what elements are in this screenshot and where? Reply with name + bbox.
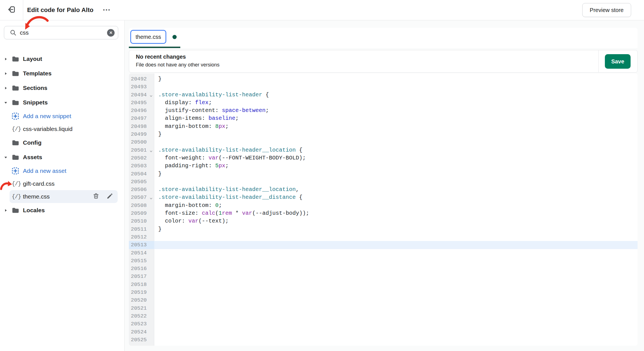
line-number: 20507 (129, 194, 154, 201)
code-line-content[interactable] (154, 233, 638, 241)
line-number: 20496 (129, 107, 154, 114)
chevron-down-icon[interactable] (4, 156, 12, 159)
preview-store-button[interactable]: Preview store (582, 3, 631, 17)
code-line-content[interactable]: color: var(--text); (154, 217, 638, 225)
line-number: 20493 (129, 83, 154, 91)
tab-theme-css[interactable]: theme.css (130, 30, 166, 44)
code-line-content[interactable] (154, 83, 638, 91)
folder-icon (12, 140, 23, 146)
chevron-right-icon[interactable] (4, 209, 12, 212)
code-line-content[interactable] (154, 241, 638, 249)
sidebar-item-gift-card-css[interactable]: {/}gift-card.css (0, 177, 124, 190)
edit-icon[interactable] (106, 193, 113, 200)
code-line-content[interactable]: font-size: calc(1rem * var(--adjust-body… (154, 209, 638, 217)
chevron-right-icon[interactable] (4, 72, 12, 75)
code-line-content[interactable]: margin-bottom: 0; (154, 202, 638, 209)
code-line-content[interactable] (154, 320, 638, 328)
code-line-content[interactable]: } (154, 225, 638, 233)
code-line-content[interactable]: align-items: baseline; (154, 114, 638, 122)
code-line-content[interactable] (154, 257, 638, 265)
code-line-content[interactable]: .store-availability-list-header { (154, 91, 638, 99)
code-line: 20521 (129, 304, 638, 312)
sidebar-item-assets[interactable]: Assets (0, 150, 124, 164)
search-input[interactable] (19, 29, 107, 36)
code-line-content[interactable] (154, 273, 638, 280)
chevron-right-icon[interactable] (4, 57, 12, 61)
clear-search-icon[interactable]: ✕ (107, 29, 115, 37)
code-line-content[interactable] (154, 328, 638, 336)
code-line: 20506.store-availability-list-header__lo… (129, 186, 638, 194)
code-line-content[interactable]: .store-availability-list-header__distanc… (154, 194, 638, 201)
sidebar-item-label: css-variables.liquid (23, 126, 72, 132)
folder-icon (12, 207, 23, 214)
code-line: 20511} (129, 225, 638, 233)
exit-column (0, 0, 23, 20)
code-line-active: 20513 (129, 241, 638, 249)
more-actions-button[interactable]: ••• (101, 6, 112, 14)
code-line: 20492} (129, 75, 638, 83)
sidebar-item-label: Assets (23, 154, 42, 161)
sidebar-item-theme-css[interactable]: {/}theme.css (10, 190, 118, 203)
line-number: 20514 (129, 249, 154, 257)
code-line: 20493 (129, 83, 638, 91)
sidebar-item-layout[interactable]: Layout (0, 52, 124, 66)
code-line-content[interactable] (154, 296, 638, 304)
sidebar-item-label: Locales (23, 207, 45, 214)
exit-button[interactable] (5, 4, 18, 16)
line-number: 20515 (129, 257, 154, 265)
sidebar-item-label: Config (23, 139, 41, 146)
code-line-content[interactable]: } (154, 130, 638, 138)
sidebar-item-locales[interactable]: Locales (0, 203, 124, 218)
code-editor[interactable]: 20492}2049320494.store-availability-list… (129, 73, 638, 346)
code-line: 20510 color: var(--text); (129, 217, 638, 225)
file-search-box[interactable]: ✕ (4, 26, 118, 39)
active-tab-indicator (129, 47, 180, 48)
sidebar-item-templates[interactable]: Templates (0, 66, 124, 81)
sidebar-item-add-a-new-snippet[interactable]: Add a new snippet (0, 110, 124, 123)
line-number: 20510 (129, 217, 154, 225)
line-number: 20516 (129, 265, 154, 273)
sidebar-item-snippets[interactable]: Snippets (0, 95, 124, 110)
code-line-content[interactable] (154, 312, 638, 320)
code-file-icon: {/} (12, 194, 23, 200)
sidebar-item-label: Sections (23, 85, 48, 91)
code-line-content[interactable] (154, 265, 638, 273)
sidebar-item-css-variables-liquid[interactable]: {/}css-variables.liquid (0, 123, 124, 135)
chevron-right-icon[interactable] (4, 86, 12, 90)
code-line-content[interactable]: padding-right: 5px; (154, 162, 638, 170)
code-line-content[interactable] (154, 178, 638, 186)
code-line-content[interactable] (154, 336, 638, 344)
save-button[interactable]: Save (605, 54, 631, 69)
sidebar-item-add-a-new-asset[interactable]: Add a new asset (0, 164, 124, 177)
file-tree: LayoutTemplatesSectionsSnippetsAdd a new… (0, 46, 124, 218)
chevron-down-icon[interactable] (4, 101, 12, 104)
code-line-content[interactable] (154, 249, 638, 257)
code-line-content[interactable]: } (154, 170, 638, 178)
code-line: 20496 justify-content: space-between; (129, 107, 638, 114)
code-line-content[interactable] (154, 281, 638, 288)
line-number: 20495 (129, 99, 154, 107)
banner-subtitle: File does not have any other versions (136, 62, 219, 68)
code-line-content[interactable]: .store-availability-list-header__locatio… (154, 186, 638, 194)
code-line-content[interactable] (154, 138, 638, 146)
code-line-content[interactable]: } (154, 75, 638, 83)
line-number: 20504 (129, 170, 154, 178)
add-file-icon (12, 113, 23, 120)
line-number: 20503 (129, 162, 154, 170)
line-number: 20492 (129, 75, 154, 83)
sidebar-item-sections[interactable]: Sections (0, 81, 124, 95)
code-line-content[interactable]: margin-bottom: 8px; (154, 123, 638, 130)
code-line-content[interactable] (154, 288, 638, 296)
code-file-icon: {/} (12, 126, 23, 132)
code-line-content[interactable]: .store-availability-list-header__locatio… (154, 146, 638, 154)
sidebar-item-config[interactable]: Config (0, 135, 124, 150)
code-line-content[interactable] (154, 304, 638, 312)
code-line: 20503 padding-right: 5px; (129, 162, 638, 170)
trash-icon[interactable] (93, 193, 99, 200)
code-line-content[interactable]: justify-content: space-between; (154, 107, 638, 114)
add-file-icon (12, 167, 23, 175)
code-line-content[interactable]: font-weight: var(--FONT-WEIGHT-BODY-BOLD… (154, 154, 638, 162)
code-line: 20500 (129, 138, 638, 146)
code-line-content[interactable]: display: flex; (154, 99, 638, 107)
code-line: 20501.store-availability-list-header__lo… (129, 146, 638, 154)
